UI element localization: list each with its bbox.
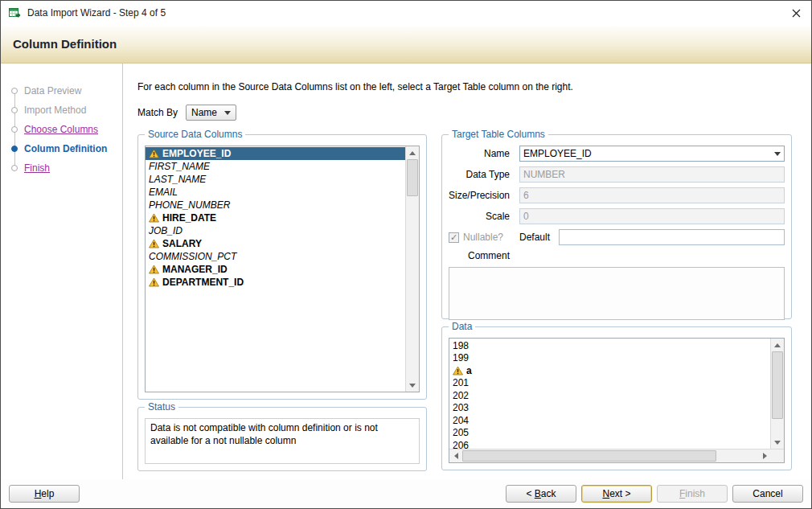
source-column-item[interactable]: JOB_ID [146,224,405,237]
default-field[interactable] [559,229,785,245]
source-column-item[interactable]: EMPLOYEE_ID [146,147,405,160]
warning-icon [149,277,159,287]
comment-label: Comment [449,250,510,261]
data-value-item[interactable]: 199 [449,352,770,365]
source-column-item[interactable]: FIRST_NAME [146,160,405,173]
data-value-item[interactable]: 198 [449,339,770,352]
source-columns-title: Source Data Columns [145,129,245,140]
data-listbox: 198199a201202203204205206 [449,338,785,463]
source-column-item-label: DEPARTMENT_ID [162,277,244,288]
source-column-item-label: FIRST_NAME [149,161,210,172]
arrow-up-icon [409,151,416,155]
target-columns-title: Target Table Columns [449,129,548,140]
source-column-item[interactable]: DEPARTMENT_ID [146,276,405,289]
wizard-steps-sidebar: Data PreviewImport MethodChoose ColumnsC… [1,64,123,479]
nullable-label: Nullable? [463,232,503,243]
source-data-columns-panel: Source Data Columns EMPLOYEE_IDFIRST_NAM… [137,134,427,400]
close-icon[interactable] [788,5,804,21]
warning-icon [149,213,159,223]
comment-textarea[interactable] [449,267,785,320]
warning-icon [149,149,159,158]
match-by-dropdown[interactable]: Name [186,105,236,121]
source-column-item-label: PHONE_NUMBER [149,199,230,211]
warning-icon [453,366,463,376]
footer-bar: Help < BackNext >FinishCancel [1,479,811,508]
source-columns-list: EMPLOYEE_IDFIRST_NAMELAST_NAMEEMAILPHONE… [146,146,405,392]
arrow-left-icon [454,453,458,459]
source-column-item[interactable]: LAST_NAME [146,173,405,186]
titlebar: Data Import Wizard - Step 4 of 5 [1,1,811,25]
wizard-steps: Data PreviewImport MethodChoose ColumnsC… [1,81,122,178]
wizard-body: Data PreviewImport MethodChoose ColumnsC… [1,64,811,479]
data-vertical-scrollbar [770,339,784,449]
footer-left: Help [9,485,80,503]
data-value-item[interactable]: 203 [449,402,770,415]
source-column-item[interactable]: PHONE_NUMBER [146,199,405,211]
arrow-up-icon [774,343,781,347]
data-type-label: Data Type [449,169,510,180]
wizard-step-choose-columns[interactable]: Choose Columns [1,120,122,139]
data-import-wizard-window: Data Import Wizard - Step 4 of 5 Column … [0,0,812,509]
footer-right: < BackNext >FinishCancel [506,485,803,503]
button-cancel[interactable]: Cancel [732,485,803,503]
scrollbar-track[interactable] [771,419,784,436]
wizard-step-finish[interactable]: Finish [1,158,122,178]
scrollbar-track[interactable] [716,449,758,462]
button-next[interactable]: Next > [581,485,652,503]
arrow-down-icon [774,441,781,445]
scroll-right-button[interactable] [758,449,771,462]
scroll-up-button[interactable] [771,339,784,351]
match-by-label: Match By [137,107,178,118]
step-node-icon [11,126,18,133]
data-horizontal-scrollbar [449,449,784,462]
import-wizard-icon [8,6,21,19]
data-value-item[interactable]: 202 [449,389,770,402]
data-value-item[interactable]: 206 [449,439,770,449]
source-column-item[interactable]: EMAIL [146,186,405,199]
source-column-item[interactable]: MANAGER_ID [146,263,405,276]
step-node-icon [11,165,18,171]
target-name-dropdown[interactable]: EMPLOYEE_ID [519,146,785,162]
data-value-item-label: 204 [453,415,469,426]
source-column-item-label: MANAGER_ID [162,264,228,275]
default-cell: Default [519,229,785,245]
scrollbar-thumb[interactable] [407,159,418,196]
scroll-down-button[interactable] [771,436,784,449]
target-table-columns-panel: Target Table Columns Name EMPLOYEE_ID Da… [441,134,792,319]
source-column-item[interactable]: SALARY [146,237,405,250]
warning-icon [149,239,159,248]
wizard-step-data-preview: Data Preview [1,81,122,101]
scrollbar-track[interactable] [406,196,419,379]
button-help[interactable]: Help [9,485,80,503]
source-columns-listbox: EMPLOYEE_IDFIRST_NAMELAST_NAMEEMAILPHONE… [145,146,420,392]
source-column-item[interactable]: HIRE_DATE [146,211,405,224]
scrollbar-thumb[interactable] [462,450,716,462]
data-type-field: NUMBER [519,166,785,183]
status-message: Data is not compatible with column defin… [145,418,420,464]
scrollbar-thumb[interactable] [772,351,783,419]
step-label: Data Preview [24,85,81,96]
scroll-up-button[interactable] [406,146,419,159]
size-precision-field: 6 [519,187,785,203]
source-column-item-label: SALARY [162,238,202,249]
scroll-down-button[interactable] [406,379,419,392]
data-value-item[interactable]: 204 [449,414,770,427]
step-label: Import Method [24,105,86,116]
data-value-item[interactable]: a [449,364,770,377]
step-label[interactable]: Choose Columns [24,124,98,135]
scale-field: 0 [519,208,785,224]
arrow-down-icon [409,384,416,388]
nullable-cell: ✓ Nullable? [449,232,510,243]
data-value-item-label: 198 [453,340,469,351]
scroll-left-button[interactable] [449,449,462,462]
data-value-item[interactable]: 205 [449,427,770,440]
source-column-item[interactable]: COMMISSION_PCT [146,250,405,263]
target-fields: Name EMPLOYEE_ID Data Type NUMBER Size/P… [449,146,785,320]
data-value-item[interactable]: 201 [449,377,770,390]
data-title: Data [449,321,475,332]
main-panel: For each column in the Source Data Colum… [123,64,811,479]
step-label: Column Definition [24,143,107,154]
target-name-value: EMPLOYEE_ID [523,148,592,159]
button-back[interactable]: < Back [506,485,576,503]
step-label[interactable]: Finish [24,162,50,174]
